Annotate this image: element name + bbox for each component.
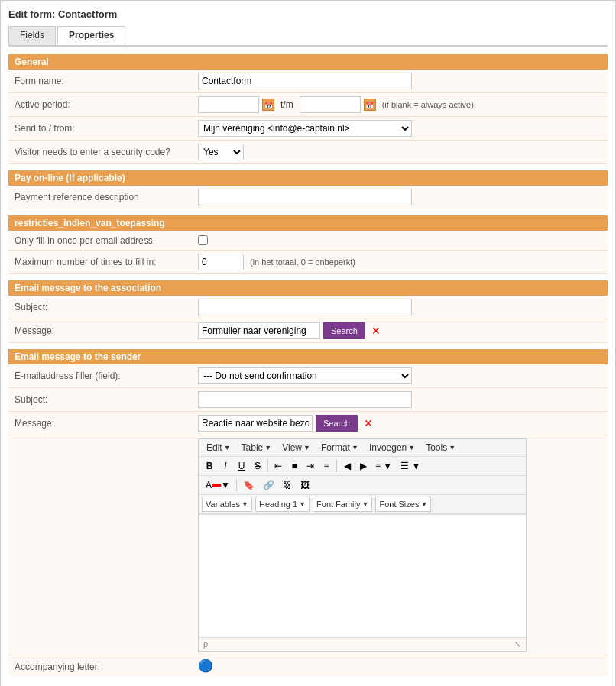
- sender-subject-value: [198, 391, 601, 408]
- payment-input[interactable]: [198, 189, 412, 205]
- dropdown-font-family[interactable]: Font Family ▼: [313, 497, 372, 512]
- sender-subject-row: Subject:: [8, 388, 608, 412]
- active-period-end[interactable]: [300, 96, 361, 113]
- email-field-select[interactable]: --- Do not send confirmation: [198, 367, 412, 384]
- once-checkbox[interactable]: [198, 235, 208, 245]
- email-assoc-header: Email message to the association: [8, 280, 608, 296]
- max-row: Maximum number of times to fill in: (in …: [8, 251, 608, 274]
- assoc-clear-icon[interactable]: ✕: [371, 325, 381, 337]
- btn-align-left[interactable]: ⇤: [271, 458, 286, 474]
- menu-format[interactable]: Format ▼: [316, 441, 363, 455]
- btn-bookmark[interactable]: 🔖: [239, 477, 258, 493]
- calendar-start-icon[interactable]: 📅: [262, 99, 274, 111]
- accompanying-label: Accompanying letter:: [15, 658, 198, 672]
- max-label: Maximum number of times to fill in:: [15, 257, 198, 267]
- btn-link[interactable]: 🔗: [259, 477, 278, 493]
- editor-menubar: Edit ▼ Table ▼ View ▼ Format ▼ Invoegen …: [199, 439, 526, 457]
- editor-wrapper: Edit ▼ Table ▼ View ▼ Format ▼ Invoegen …: [198, 438, 527, 652]
- calendar-end-icon[interactable]: 📅: [364, 99, 376, 111]
- editor-row: Edit ▼ Table ▼ View ▼ Format ▼ Invoegen …: [8, 435, 608, 655]
- assoc-message-row: Message: Search ✕: [8, 319, 608, 343]
- assoc-subject-input[interactable]: [198, 299, 412, 315]
- active-period-row: Active period: 📅 t/m 📅 (if blank = alway…: [8, 93, 608, 117]
- btn-font-color[interactable]: A ▼: [202, 477, 234, 493]
- invoegen-chevron: ▼: [408, 444, 415, 451]
- section-email-assoc: Email message to the association Subject…: [8, 280, 608, 343]
- security-label: Visitor needs to enter a security code?: [15, 147, 198, 157]
- payment-row: Payment reference description: [8, 186, 608, 209]
- tab-properties[interactable]: Properties: [57, 26, 125, 45]
- sep1: [267, 460, 268, 472]
- assoc-message-label: Message:: [15, 325, 198, 336]
- menu-tools[interactable]: Tools ▼: [421, 441, 460, 455]
- btn-image[interactable]: 🖼: [297, 477, 313, 493]
- menu-table[interactable]: Table ▼: [237, 441, 277, 455]
- assoc-message-input[interactable]: [198, 322, 320, 339]
- send-select[interactable]: Mijn vereniging <info@e-captain.nl>: [198, 120, 412, 137]
- active-period-start[interactable]: [198, 96, 259, 113]
- footer-buttons: Save Back: [8, 682, 608, 686]
- sender-message-input[interactable]: [198, 415, 313, 432]
- format-chevron: ▼: [352, 444, 358, 451]
- dropdown-variables[interactable]: Variables ▼: [202, 497, 252, 512]
- section-restrictions: restricties_indien_van_toepassing Only f…: [8, 215, 608, 274]
- font-sizes-chevron: ▼: [420, 500, 427, 508]
- once-value: [198, 235, 601, 245]
- sender-subject-input[interactable]: [198, 391, 412, 408]
- restrictions-content: Only fill-in once per email address: Max…: [8, 231, 608, 274]
- btn-underline[interactable]: U: [234, 458, 249, 474]
- editor-body[interactable]: [199, 515, 526, 637]
- form-name-label: Form name:: [15, 76, 198, 86]
- menu-invoegen[interactable]: Invoegen ▼: [365, 441, 420, 455]
- email-field-label: E-mailaddress filler (field):: [15, 371, 198, 381]
- period-sep: t/m: [277, 99, 297, 110]
- menu-edit[interactable]: Edit ▼: [202, 441, 235, 455]
- max-value: (in het totaal, 0 = onbeperkt): [198, 254, 601, 270]
- max-input[interactable]: [198, 254, 244, 270]
- editor-toolbar: Edit ▼ Table ▼ View ▼ Format ▼ Invoegen …: [199, 439, 526, 515]
- form-name-input[interactable]: [198, 73, 412, 89]
- max-hint: (in het totaal, 0 = onbeperkt): [250, 257, 355, 267]
- email-sender-header: Email message to the sender: [8, 349, 608, 364]
- font-family-chevron: ▼: [362, 500, 369, 508]
- menu-view[interactable]: View ▼: [277, 441, 315, 455]
- page-title: Edit form: Contactform: [8, 8, 608, 20]
- btn-align-l2[interactable]: ◀: [339, 458, 355, 474]
- pay-header: Pay on-line (If applicable): [8, 170, 608, 186]
- assoc-subject-value: [198, 299, 601, 315]
- dropdown-heading[interactable]: Heading 1 ▼: [255, 497, 310, 512]
- btn-unlink[interactable]: ⛓: [279, 477, 296, 493]
- sender-subject-label: Subject:: [15, 394, 198, 405]
- btn-italic[interactable]: I: [218, 458, 233, 474]
- btn-align-right[interactable]: ⇥: [303, 458, 318, 474]
- send-row: Send to / from: Mijn vereniging <info@e-…: [8, 117, 608, 141]
- email-field-row: E-mailaddress filler (field): --- Do not…: [8, 364, 608, 388]
- assoc-subject-label: Subject:: [15, 302, 198, 312]
- sep3: [236, 479, 237, 491]
- assoc-search-button[interactable]: Search: [323, 322, 365, 339]
- info-icon[interactable]: 🔵: [198, 658, 213, 673]
- view-chevron: ▼: [303, 444, 310, 451]
- btn-list-ol[interactable]: ≡ ▼: [371, 458, 396, 474]
- accompanying-row: Accompanying letter: 🔵: [8, 655, 608, 676]
- btn-list-ul[interactable]: ☰ ▼: [397, 458, 424, 474]
- btn-strikethrough[interactable]: S: [250, 458, 265, 474]
- btn-align-c2[interactable]: ▶: [355, 458, 371, 474]
- page-wrapper: Edit form: Contactform Fields Properties…: [0, 0, 616, 686]
- sender-message-value: Search ✕: [198, 415, 601, 432]
- sender-message-row: Message: Search ✕: [8, 412, 608, 435]
- assoc-message-value: Search ✕: [198, 322, 601, 339]
- btn-bold[interactable]: B: [202, 458, 217, 474]
- btn-align-center[interactable]: ■: [287, 458, 302, 474]
- general-header: General: [8, 54, 608, 70]
- sender-clear-icon[interactable]: ✕: [364, 417, 373, 429]
- editor-resize[interactable]: ⤡: [514, 639, 521, 649]
- sender-search-button[interactable]: Search: [316, 415, 358, 432]
- security-select[interactable]: Yes No: [198, 144, 244, 160]
- sep2: [336, 460, 337, 472]
- email-sender-content: E-mailaddress filler (field): --- Do not…: [8, 364, 608, 676]
- dropdown-font-sizes[interactable]: Font Sizes ▼: [375, 497, 431, 512]
- btn-align-justify[interactable]: ≡: [319, 458, 334, 474]
- heading-chevron: ▼: [299, 500, 306, 508]
- tab-fields[interactable]: Fields: [8, 26, 56, 45]
